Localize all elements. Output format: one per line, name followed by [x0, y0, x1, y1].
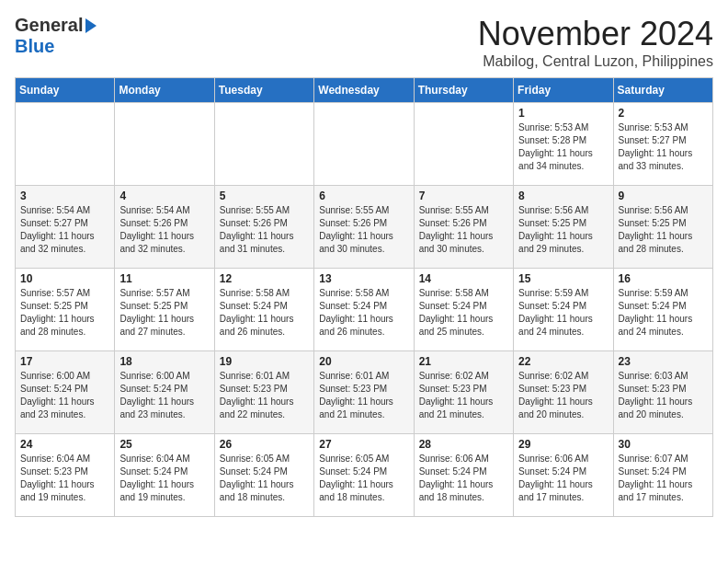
day-number: 29	[518, 438, 608, 451]
logo-arrow-icon	[85, 18, 97, 33]
day-number: 30	[619, 438, 708, 451]
day-info: Sunrise: 5:55 AM Sunset: 5:26 PM Dayligh…	[220, 204, 309, 256]
calendar-cell	[214, 103, 313, 186]
day-info: Sunrise: 6:03 AM Sunset: 5:23 PM Dayligh…	[619, 370, 708, 421]
calendar-cell: 5Sunrise: 5:55 AM Sunset: 5:26 PM Daylig…	[214, 186, 313, 269]
day-info: Sunrise: 5:58 AM Sunset: 5:24 PM Dayligh…	[220, 287, 309, 339]
calendar-cell: 24Sunrise: 6:04 AM Sunset: 5:23 PM Dayli…	[16, 434, 115, 517]
day-number: 9	[619, 190, 708, 202]
day-info: Sunrise: 6:05 AM Sunset: 5:24 PM Dayligh…	[319, 453, 408, 504]
calendar-header-wednesday: Wednesday	[314, 78, 414, 103]
day-info: Sunrise: 6:04 AM Sunset: 5:23 PM Dayligh…	[20, 453, 109, 504]
calendar-cell: 16Sunrise: 5:59 AM Sunset: 5:24 PM Dayli…	[613, 269, 712, 351]
day-info: Sunrise: 6:07 AM Sunset: 5:24 PM Dayligh…	[619, 453, 708, 504]
day-info: Sunrise: 5:59 AM Sunset: 5:24 PM Dayligh…	[619, 287, 708, 339]
calendar-cell: 2Sunrise: 5:53 AM Sunset: 5:27 PM Daylig…	[613, 103, 712, 186]
day-info: Sunrise: 6:01 AM Sunset: 5:23 PM Dayligh…	[220, 370, 309, 421]
day-info: Sunrise: 5:54 AM Sunset: 5:27 PM Dayligh…	[20, 204, 109, 256]
calendar-week-row: 10Sunrise: 5:57 AM Sunset: 5:25 PM Dayli…	[16, 269, 713, 351]
day-number: 8	[518, 190, 608, 202]
day-number: 26	[220, 438, 309, 451]
day-number: 15	[518, 272, 608, 285]
day-info: Sunrise: 5:57 AM Sunset: 5:25 PM Dayligh…	[119, 287, 209, 339]
calendar-cell: 3Sunrise: 5:54 AM Sunset: 5:27 PM Daylig…	[16, 186, 115, 269]
day-info: Sunrise: 5:56 AM Sunset: 5:25 PM Dayligh…	[619, 204, 708, 256]
calendar-cell: 11Sunrise: 5:57 AM Sunset: 5:25 PM Dayli…	[115, 269, 214, 351]
page-header: General Blue November 2024 Mabilog, Cent…	[15, 15, 713, 70]
day-number: 23	[619, 355, 708, 368]
day-info: Sunrise: 6:04 AM Sunset: 5:24 PM Dayligh…	[119, 453, 209, 504]
day-info: Sunrise: 6:02 AM Sunset: 5:23 PM Dayligh…	[518, 370, 608, 421]
day-number: 6	[319, 190, 408, 202]
day-info: Sunrise: 5:53 AM Sunset: 5:28 PM Dayligh…	[518, 121, 608, 173]
day-info: Sunrise: 5:58 AM Sunset: 5:24 PM Dayligh…	[419, 287, 508, 339]
day-info: Sunrise: 5:57 AM Sunset: 5:25 PM Dayligh…	[20, 287, 109, 339]
calendar-cell: 23Sunrise: 6:03 AM Sunset: 5:23 PM Dayli…	[613, 351, 712, 434]
calendar-cell: 21Sunrise: 6:02 AM Sunset: 5:23 PM Dayli…	[414, 351, 513, 434]
calendar-cell	[414, 103, 513, 186]
calendar-cell: 20Sunrise: 6:01 AM Sunset: 5:23 PM Dayli…	[314, 351, 414, 434]
day-number: 5	[220, 190, 309, 202]
logo-general: General	[15, 15, 83, 36]
day-number: 2	[619, 107, 708, 120]
calendar-cell: 25Sunrise: 6:04 AM Sunset: 5:24 PM Dayli…	[115, 434, 214, 517]
calendar-cell: 6Sunrise: 5:55 AM Sunset: 5:26 PM Daylig…	[314, 186, 414, 269]
day-info: Sunrise: 6:06 AM Sunset: 5:24 PM Dayligh…	[419, 453, 508, 504]
calendar-week-row: 17Sunrise: 6:00 AM Sunset: 5:24 PM Dayli…	[16, 351, 713, 434]
calendar-cell: 28Sunrise: 6:06 AM Sunset: 5:24 PM Dayli…	[414, 434, 513, 517]
day-number: 28	[419, 438, 508, 451]
calendar-cell: 26Sunrise: 6:05 AM Sunset: 5:24 PM Dayli…	[214, 434, 313, 517]
calendar-cell: 4Sunrise: 5:54 AM Sunset: 5:26 PM Daylig…	[115, 186, 214, 269]
day-info: Sunrise: 6:00 AM Sunset: 5:24 PM Dayligh…	[119, 370, 209, 421]
calendar-header-monday: Monday	[115, 78, 214, 103]
day-info: Sunrise: 6:01 AM Sunset: 5:23 PM Dayligh…	[319, 370, 408, 421]
calendar-cell: 27Sunrise: 6:05 AM Sunset: 5:24 PM Dayli…	[314, 434, 414, 517]
title-block: November 2024 Mabilog, Central Luzon, Ph…	[478, 15, 713, 70]
day-number: 11	[119, 272, 209, 285]
calendar-cell: 10Sunrise: 5:57 AM Sunset: 5:25 PM Dayli…	[16, 269, 115, 351]
day-number: 1	[518, 107, 608, 120]
calendar-cell: 13Sunrise: 5:58 AM Sunset: 5:24 PM Dayli…	[314, 269, 414, 351]
calendar-cell: 12Sunrise: 5:58 AM Sunset: 5:24 PM Dayli…	[214, 269, 313, 351]
day-info: Sunrise: 5:55 AM Sunset: 5:26 PM Dayligh…	[419, 204, 508, 256]
logo: General Blue	[15, 15, 97, 57]
calendar-cell: 30Sunrise: 6:07 AM Sunset: 5:24 PM Dayli…	[613, 434, 712, 517]
page-subtitle: Mabilog, Central Luzon, Philippines	[478, 53, 713, 70]
calendar-cell: 15Sunrise: 5:59 AM Sunset: 5:24 PM Dayli…	[514, 269, 613, 351]
day-number: 19	[220, 355, 309, 368]
day-info: Sunrise: 6:02 AM Sunset: 5:23 PM Dayligh…	[419, 370, 508, 421]
day-number: 20	[319, 355, 408, 368]
calendar-cell: 19Sunrise: 6:01 AM Sunset: 5:23 PM Dayli…	[214, 351, 313, 434]
calendar-header-sunday: Sunday	[16, 78, 115, 103]
calendar-cell: 29Sunrise: 6:06 AM Sunset: 5:24 PM Dayli…	[514, 434, 613, 517]
day-info: Sunrise: 5:55 AM Sunset: 5:26 PM Dayligh…	[319, 204, 408, 256]
day-info: Sunrise: 5:53 AM Sunset: 5:27 PM Dayligh…	[619, 121, 708, 173]
day-info: Sunrise: 5:58 AM Sunset: 5:24 PM Dayligh…	[319, 287, 408, 339]
calendar-header-friday: Friday	[514, 78, 613, 103]
day-number: 10	[20, 272, 109, 285]
calendar-header-row: SundayMondayTuesdayWednesdayThursdayFrid…	[16, 78, 713, 103]
calendar-week-row: 24Sunrise: 6:04 AM Sunset: 5:23 PM Dayli…	[16, 434, 713, 517]
day-number: 7	[419, 190, 508, 202]
calendar-cell: 18Sunrise: 6:00 AM Sunset: 5:24 PM Dayli…	[115, 351, 214, 434]
day-number: 3	[20, 190, 109, 202]
calendar-cell	[16, 103, 115, 186]
day-info: Sunrise: 5:54 AM Sunset: 5:26 PM Dayligh…	[119, 204, 209, 256]
calendar-cell: 17Sunrise: 6:00 AM Sunset: 5:24 PM Dayli…	[16, 351, 115, 434]
day-number: 18	[119, 355, 209, 368]
calendar-cell: 7Sunrise: 5:55 AM Sunset: 5:26 PM Daylig…	[414, 186, 513, 269]
day-info: Sunrise: 6:05 AM Sunset: 5:24 PM Dayligh…	[220, 453, 309, 504]
calendar-week-row: 3Sunrise: 5:54 AM Sunset: 5:27 PM Daylig…	[16, 186, 713, 269]
day-number: 12	[220, 272, 309, 285]
day-number: 24	[20, 438, 109, 451]
calendar-cell: 1Sunrise: 5:53 AM Sunset: 5:28 PM Daylig…	[514, 103, 613, 186]
day-number: 16	[619, 272, 708, 285]
calendar-cell: 14Sunrise: 5:58 AM Sunset: 5:24 PM Dayli…	[414, 269, 513, 351]
calendar-cell: 8Sunrise: 5:56 AM Sunset: 5:25 PM Daylig…	[514, 186, 613, 269]
day-number: 17	[20, 355, 109, 368]
page-title: November 2024	[478, 15, 713, 53]
day-info: Sunrise: 6:06 AM Sunset: 5:24 PM Dayligh…	[518, 453, 608, 504]
day-number: 22	[518, 355, 608, 368]
day-number: 25	[119, 438, 209, 451]
calendar-header-thursday: Thursday	[414, 78, 513, 103]
